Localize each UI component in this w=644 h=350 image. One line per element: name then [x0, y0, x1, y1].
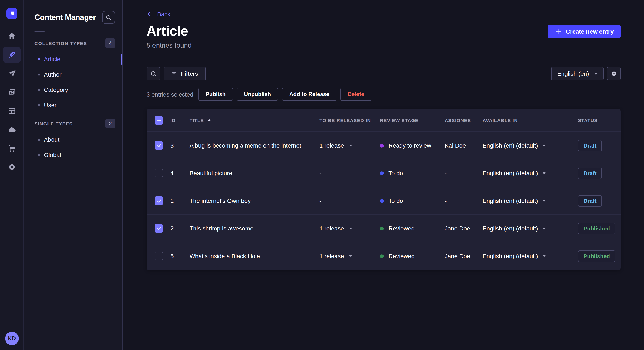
table-row[interactable]: 5 What's inside a Black Hole 1 release R… — [146, 242, 620, 270]
cell-title: This shrimp is awesome — [190, 225, 320, 232]
sidebar-title: Content Manager — [34, 13, 96, 22]
rail-item-media-library[interactable] — [0, 83, 24, 102]
sidebar-search-button[interactable] — [102, 11, 115, 24]
cell-assignee: Jane Doe — [445, 253, 482, 259]
layout-icon — [8, 107, 16, 115]
create-new-entry-button[interactable]: Create new entry — [548, 25, 620, 38]
sidebar-item-user[interactable]: User — [24, 97, 122, 113]
rail-icon-list — [0, 27, 24, 176]
publish-button[interactable]: Publish — [198, 88, 233, 101]
stage-label: To do — [388, 170, 403, 176]
row-checkbox-cell — [146, 196, 170, 205]
check-icon — [156, 198, 162, 203]
column-header-status[interactable]: STATUS — [578, 118, 620, 123]
sort-asc-icon[interactable] — [207, 119, 211, 122]
cell-assignee: - — [445, 197, 482, 204]
sidebar-item-about[interactable]: About — [24, 132, 122, 147]
rail-item-content-manager[interactable] — [0, 45, 24, 64]
status-badge: Draft — [578, 140, 602, 151]
delete-button[interactable]: Delete — [340, 88, 372, 101]
cell-available-in[interactable]: English (en) (default) — [482, 225, 578, 232]
table-row[interactable]: 2 This shrimp is awesome 1 release Revie… — [146, 214, 620, 242]
user-avatar[interactable]: KD — [5, 332, 19, 345]
column-header-title[interactable]: TITLE — [190, 118, 320, 123]
bullet-icon — [38, 58, 40, 60]
sidebar-item-author[interactable]: Author — [24, 67, 122, 82]
active-indicator-bar — [121, 54, 122, 65]
cell-status: Published — [578, 223, 620, 234]
row-checkbox[interactable] — [154, 196, 163, 205]
gear-icon — [610, 70, 617, 77]
table-row[interactable]: 3 A bug is becoming a meme on the intern… — [146, 131, 620, 159]
cell-available-in[interactable]: English (en) (default) — [482, 142, 578, 149]
section-count-badge: 2 — [105, 119, 116, 128]
rail-item-home[interactable] — [0, 27, 24, 45]
chevron-down-icon — [542, 172, 546, 174]
back-label: Back — [157, 11, 170, 17]
section-label: COLLECTION TYPES — [34, 41, 87, 46]
release-value: 1 release — [320, 253, 344, 259]
column-header-review-stage[interactable]: REVIEW STAGE — [380, 118, 445, 123]
toolbar-right: English (en) — [551, 67, 620, 80]
media-library-icon — [8, 88, 16, 97]
column-header-available-in[interactable]: AVAILABLE IN — [482, 118, 578, 123]
stage-label: Ready to review — [388, 142, 431, 149]
content-manager-sidebar: Content Manager COLLECTION TYPES 4 Artic… — [24, 0, 123, 350]
check-icon — [156, 226, 162, 231]
locale-value: English (en) (default) — [482, 225, 538, 232]
selection-summary: 3 entries selected — [146, 91, 193, 98]
sidebar-item-article[interactable]: Article — [24, 51, 122, 67]
table-row[interactable]: 4 Beautiful picture - To do - English (e… — [146, 159, 620, 187]
cell-release: - — [320, 170, 380, 176]
stage-dot-icon — [380, 144, 384, 147]
strapi-logo[interactable] — [6, 8, 17, 19]
sidebar-item-label: User — [44, 102, 56, 108]
search-button[interactable] — [146, 67, 160, 80]
chevron-down-icon — [594, 72, 598, 75]
back-link[interactable]: Back — [146, 11, 170, 17]
row-checkbox[interactable] — [154, 169, 163, 177]
chevron-down-icon — [542, 144, 546, 147]
bullet-icon — [38, 89, 40, 91]
release-value: - — [320, 170, 321, 176]
cell-available-in[interactable]: English (en) (default) — [482, 170, 578, 176]
cell-release[interactable]: 1 release — [320, 142, 380, 149]
cell-available-in[interactable]: English (en) (default) — [482, 197, 578, 204]
sidebar-item-global[interactable]: Global — [24, 147, 122, 163]
list-settings-button[interactable] — [607, 67, 620, 80]
cell-title: Beautiful picture — [190, 170, 320, 176]
locale-select[interactable]: English (en) — [551, 67, 604, 80]
filters-button[interactable]: Filters — [164, 67, 206, 80]
rail-item-releases[interactable] — [0, 64, 24, 83]
rail-item-content-type-builder[interactable] — [0, 102, 24, 120]
rail-item-settings[interactable] — [0, 158, 24, 176]
bullet-icon — [38, 104, 40, 106]
add-to-release-button[interactable]: Add to Release — [282, 88, 336, 101]
cell-status: Draft — [578, 195, 620, 206]
sidebar-item-category[interactable]: Category — [24, 82, 122, 97]
cell-release[interactable]: 1 release — [320, 253, 380, 259]
rail-item-marketplace[interactable] — [0, 139, 24, 158]
column-header-assignee[interactable]: ASSIGNEE — [445, 118, 482, 123]
row-checkbox[interactable] — [154, 141, 163, 150]
row-checkbox[interactable] — [154, 224, 163, 233]
cell-release[interactable]: 1 release — [320, 225, 380, 232]
table-row[interactable]: 1 The internet's Own boy - To do - Engli… — [146, 187, 620, 214]
bullet-icon — [38, 73, 40, 75]
stage-dot-icon — [380, 199, 384, 203]
release-value: - — [320, 197, 321, 204]
unpublish-button[interactable]: Unpublish — [236, 88, 278, 101]
cell-status: Published — [578, 250, 620, 262]
cell-available-in[interactable]: English (en) (default) — [482, 253, 578, 259]
row-checkbox[interactable] — [154, 252, 163, 260]
section-header: COLLECTION TYPES 4 — [24, 38, 122, 48]
column-header-id[interactable]: ID — [170, 118, 190, 123]
cell-assignee: Kai Doe — [445, 142, 482, 149]
locale-value: English (en) (default) — [482, 170, 538, 176]
select-all-checkbox[interactable] — [154, 116, 163, 124]
locale-value: English (en) (default) — [482, 142, 538, 149]
cell-id: 3 — [170, 142, 190, 149]
rail-item-cloud[interactable] — [0, 120, 24, 139]
entries-count: 5 entries found — [146, 42, 192, 49]
column-header-to-be-released-in[interactable]: TO BE RELEASED IN — [320, 118, 380, 123]
